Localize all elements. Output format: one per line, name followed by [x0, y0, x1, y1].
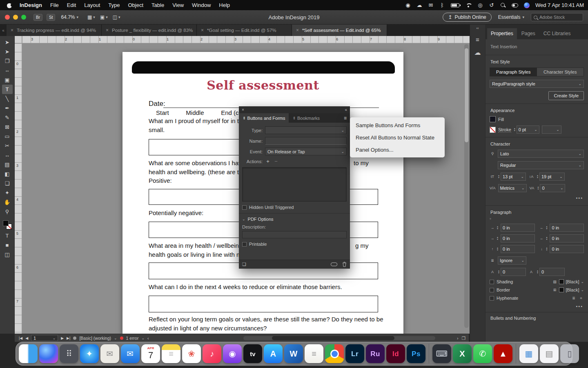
menubar-item[interactable]: Table [147, 2, 168, 8]
collapse-panel-icon[interactable]: « [345, 108, 347, 112]
bridge-button[interactable]: Br [33, 14, 42, 21]
dock-notes[interactable]: ≡ [162, 344, 180, 363]
shading-color-swatch[interactable] [559, 279, 564, 284]
preflight-profile[interactable]: [Basic] (working) [79, 336, 111, 341]
stroke-type-dropdown[interactable]: ⌄ [542, 126, 561, 134]
hand-tool[interactable]: ✋ [2, 197, 13, 207]
dock-textedit[interactable]: ≡ [305, 344, 323, 363]
next-page-button[interactable]: ▶ [61, 336, 64, 340]
close-tab-icon[interactable]: × [106, 27, 109, 33]
dock-chrome[interactable] [325, 344, 344, 363]
dock-divider-2[interactable] [516, 344, 516, 364]
adobe-stock-search-input[interactable]: Adobe Stock [531, 13, 583, 21]
battery-icon[interactable] [451, 3, 459, 7]
shading-color-name[interactable]: [Black] [566, 279, 579, 284]
fill-color-swatch[interactable] [490, 116, 496, 122]
spotlight-icon[interactable] [500, 2, 506, 8]
panel-dock-tab[interactable]: Properties [487, 28, 517, 39]
zoom-level-dropdown[interactable]: 64.7%▾ [61, 14, 78, 20]
fullscreen-window-button[interactable] [21, 15, 26, 20]
vertical-scrollbar-thumb[interactable] [465, 48, 468, 142]
menubar-item[interactable]: Help [215, 2, 234, 8]
align-to-spine[interactable] [510, 218, 511, 220]
description-input[interactable] [242, 231, 347, 238]
document-tab[interactable]: × *Goal setting — Edit.indd @ 57% [197, 25, 292, 36]
split-window-icon[interactable]: ❐ [462, 336, 466, 341]
hyphenate-checkbox[interactable] [490, 296, 494, 301]
fill-swatch[interactable] [3, 220, 9, 226]
zoom-tool[interactable]: ⚲ [2, 207, 13, 216]
event-dropdown[interactable]: On Release or Tap⌄ [265, 148, 347, 155]
workspace-switcher[interactable]: Essentials▾ [498, 14, 524, 20]
dock-calendar[interactable]: APR 7 [141, 344, 160, 363]
menubar-item[interactable]: File [46, 2, 63, 8]
dock-siri[interactable] [39, 344, 58, 363]
preview-spread-icon[interactable]: ❏ [242, 262, 246, 267]
dock-rush[interactable]: Ru [366, 344, 385, 363]
gap-tool[interactable]: ⇔ [2, 66, 13, 75]
paragraph-style-dropdown[interactable]: RegulParagraph style ⌄ [490, 80, 584, 88]
space-after[interactable]: ↓ ▲▼ 0 in [539, 245, 584, 253]
chevron-left-icon[interactable]: ‹ [147, 336, 149, 341]
type-tool[interactable]: T [2, 85, 13, 94]
menubar-item[interactable]: Object [124, 2, 148, 8]
style-type-toggle[interactable]: Paragraph Styles [490, 68, 537, 76]
character-more-options[interactable]: ••• [486, 195, 588, 204]
span-columns-icon[interactable]: ≣ [571, 296, 577, 300]
tab-overflow-icon[interactable]: « [0, 25, 7, 36]
dock-spreadsheet-doc[interactable]: ▦ [519, 344, 538, 363]
mail-status-icon[interactable]: ✉ [428, 2, 434, 9]
dock-finder[interactable] [19, 344, 38, 363]
dock-safari[interactable]: ✦ [80, 344, 99, 363]
rectangle-tool[interactable]: ▭ [2, 132, 13, 141]
border-color-name[interactable]: [Black] [566, 287, 579, 292]
panel-menu-icon[interactable]: ≡ [341, 113, 350, 123]
dock-indesign[interactable]: Id [386, 344, 405, 363]
dock-photoshop[interactable]: Ps [407, 344, 425, 363]
dock-launchpad[interactable]: ⠿ [60, 344, 78, 363]
align-to-grid-dropdown[interactable]: Ignore ⌄ [498, 256, 526, 265]
leading-stepper[interactable]: ▲▼ 19 pt ⌄ [537, 173, 565, 181]
ruler-origin[interactable] [15, 36, 22, 43]
gradient-feather-tool[interactable]: ◧ [2, 169, 13, 179]
menubar-clock[interactable]: Wed 7 Apr 10:41 AM [535, 2, 584, 8]
dock-word[interactable]: W [284, 344, 303, 363]
dock-podcasts[interactable]: ◉ [223, 344, 242, 363]
document-tab[interactable]: × Tracking progress — edit.indd @ 94% [7, 25, 102, 36]
close-tab-icon[interactable]: × [296, 27, 299, 33]
split-columns-icon[interactable]: ≡ [578, 296, 584, 300]
align-away-spine[interactable] [512, 218, 514, 220]
align-left[interactable] [490, 218, 491, 220]
wifi-icon[interactable] [465, 3, 472, 8]
collapse-panels-icon[interactable]: ‹‹ [477, 26, 479, 30]
paragraph-more-options[interactable]: ••• [486, 304, 588, 312]
menubar-item[interactable]: Window [188, 2, 215, 8]
font-search-icon[interactable]: ⚲ [490, 152, 495, 156]
control-center-icon[interactable] [512, 3, 518, 7]
align-center[interactable] [492, 218, 494, 220]
first-line-indent[interactable]: → ▲▼ 0 in [490, 234, 535, 242]
fill-stroke-swatches[interactable] [3, 220, 12, 229]
dock-facetime[interactable]: ✆ [473, 344, 492, 363]
first-page-button[interactable]: |◀ [19, 336, 22, 340]
selection-tool[interactable]: ➤ [2, 38, 13, 47]
remove-action-button[interactable]: − [273, 158, 279, 164]
justify-right[interactable] [504, 218, 506, 220]
last-line-indent[interactable]: ← ▲▼ 0 in [539, 234, 584, 242]
menubar-item[interactable]: Edit [63, 2, 80, 8]
grid-view-button[interactable]: ▦▾ [87, 14, 95, 20]
color-theme-tool[interactable]: ✦ [2, 188, 13, 197]
columns-view-button[interactable]: ◫▾ [113, 14, 120, 20]
user-account-icon[interactable]: ◎ [477, 2, 483, 9]
name-input[interactable] [265, 137, 347, 145]
stroke-color-swatch[interactable] [490, 127, 496, 133]
dock-acrobat[interactable]: ▲ [494, 344, 512, 363]
document-tab[interactable]: × Posture _ flexibility — edit.indd @ 83… [102, 25, 197, 36]
screen-record-icon[interactable]: ◉ [405, 2, 411, 9]
dock-lightroom[interactable]: Lr [345, 344, 364, 363]
menubar-item[interactable]: View [168, 2, 188, 8]
dock-app-store[interactable]: A [264, 344, 283, 363]
page-tool[interactable]: ❐ [2, 56, 13, 66]
justify-center[interactable] [501, 218, 503, 220]
menubar-item[interactable]: Layout [80, 2, 104, 8]
